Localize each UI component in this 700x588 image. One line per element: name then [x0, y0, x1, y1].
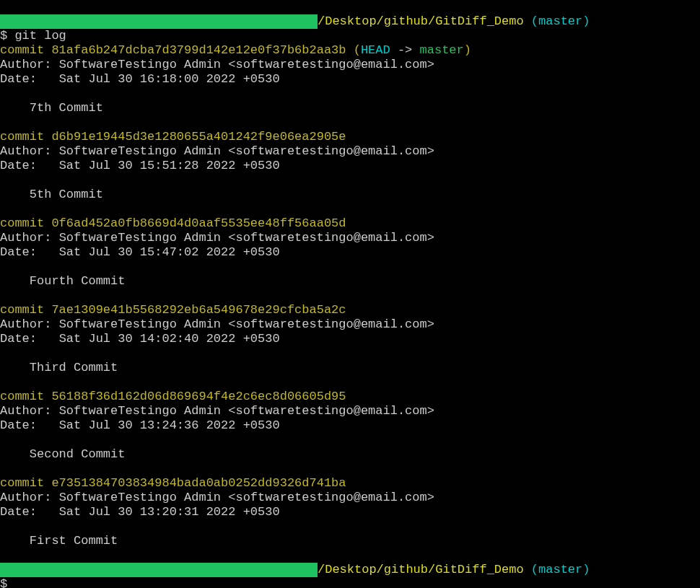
- date-line: Date: Sat Jul 30 15:47:02 2022 +0530: [0, 245, 280, 259]
- author-line: Author: SoftwareTestingo Admin <software…: [0, 144, 434, 158]
- date-line: Date: Sat Jul 30 16:18:00 2022 +0530: [0, 72, 280, 86]
- prompt-branch: (master): [531, 563, 590, 576]
- prompt-symbol[interactable]: $: [0, 577, 7, 588]
- date-line: Date: Sat Jul 30 14:02:40 2022 +0530: [0, 332, 280, 346]
- commit-message: 5th Commit: [0, 188, 103, 201]
- terminal-window[interactable]: /Desktop/github/GitDiff_Demo (master) $ …: [0, 14, 700, 588]
- author-line: Author: SoftwareTestingo Admin <software…: [0, 231, 434, 245]
- date-line: Date: Sat Jul 30 15:51:28 2022 +0530: [0, 159, 280, 172]
- commit-message: Third Commit: [0, 361, 118, 374]
- prompt-user-host-bar: [0, 14, 318, 29]
- commit-line: commit e7351384703834984bada0ab0252dd932…: [0, 476, 346, 490]
- commit-line: commit 7ae1309e41b5568292eb6a549678e29cf…: [0, 303, 346, 317]
- prompt-path: /Desktop/github/GitDiff_Demo: [318, 14, 524, 28]
- prompt-user-host-bar: [0, 563, 318, 577]
- author-line: Author: SoftwareTestingo Admin <software…: [0, 491, 434, 504]
- commit-message: 7th Commit: [0, 101, 103, 115]
- author-line: Author: SoftwareTestingo Admin <software…: [0, 404, 434, 418]
- commit-message: Fourth Commit: [0, 274, 125, 288]
- prompt-path: /Desktop/github/GitDiff_Demo: [318, 563, 524, 576]
- commit-message: First Commit: [0, 534, 118, 548]
- prompt-symbol: $: [0, 29, 7, 43]
- commit-line: commit 81afa6b247dcba7d3799d142e12e0f37b…: [0, 43, 471, 57]
- commit-line: commit 56188f36d162d06d869694f4e2c6ec8d0…: [0, 390, 346, 403]
- commit-line: commit d6b91e19445d3e1280655a401242f9e06…: [0, 130, 346, 144]
- commit-line: commit 0f6ad452a0fb8669d4d0aaf5535ee48ff…: [0, 216, 346, 230]
- prompt-branch: (master): [531, 14, 590, 28]
- command-text: git log: [14, 29, 66, 43]
- author-line: Author: SoftwareTestingo Admin <software…: [0, 58, 434, 71]
- date-line: Date: Sat Jul 30 13:20:31 2022 +0530: [0, 505, 280, 519]
- date-line: Date: Sat Jul 30 13:24:36 2022 +0530: [0, 418, 280, 432]
- author-line: Author: SoftwareTestingo Admin <software…: [0, 317, 434, 331]
- commit-message: Second Commit: [0, 447, 125, 461]
